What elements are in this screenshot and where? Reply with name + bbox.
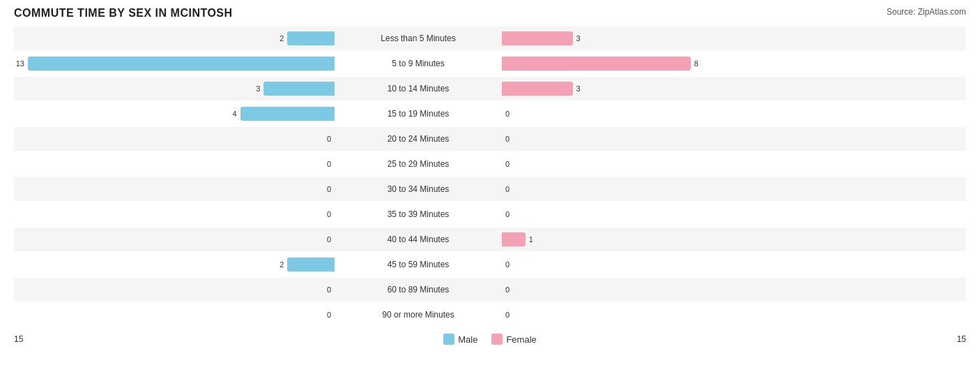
right-axis-label: 15 [957,334,966,344]
male-bar [28,57,335,70]
row-label: 45 to 59 Minutes [335,260,502,269]
chart-row: 415 to 19 Minutes0 [14,102,966,126]
male-value: 4 [233,110,237,118]
chart-title: COMMUTE TIME BY SEX IN MCINTOSH [14,7,233,20]
row-label: 35 to 39 Minutes [335,209,502,219]
chart-row: 025 to 29 Minutes0 [14,152,966,176]
row-label: 5 to 9 Minutes [335,59,502,68]
chart-row: 035 to 39 Minutes0 [14,202,966,226]
male-value: 2 [280,260,284,269]
row-label: 20 to 24 Minutes [335,134,502,144]
chart-row: 135 to 9 Minutes8 [14,52,966,75]
male-bar [287,258,335,271]
male-value: 0 [327,135,331,143]
male-bar [240,107,335,121]
female-bar [502,82,573,96]
male-value: 3 [256,84,260,93]
female-bar [502,31,573,45]
chart-row: 245 to 59 Minutes0 [14,253,966,276]
chart-row: 020 to 24 Minutes0 [14,127,966,151]
legend: Male Female [443,334,537,345]
female-value: 0 [505,185,510,193]
row-label: Less than 5 Minutes [335,33,502,43]
chart-row: 090 or more Minutes0 [14,303,966,327]
row-label: 10 to 14 Minutes [335,84,502,94]
bottom-row: 15 Male Female 15 [14,334,966,345]
chart-row: 2Less than 5 Minutes3 [14,27,966,50]
legend-female: Female [491,334,536,345]
female-bar [502,57,691,70]
female-value: 0 [505,210,510,218]
male-value: 0 [327,311,331,319]
male-value: 0 [327,235,331,244]
left-axis-label: 15 [14,334,23,344]
row-label: 15 to 19 Minutes [335,109,502,119]
female-value: 0 [505,285,510,294]
chart-row: 030 to 34 Minutes0 [14,177,966,201]
male-value: 2 [280,34,284,43]
row-label: 40 to 44 Minutes [335,234,502,244]
female-value: 3 [576,34,581,43]
female-bar [502,232,526,246]
female-value: 0 [505,135,510,143]
row-label: 30 to 34 Minutes [335,184,502,194]
male-value: 0 [327,185,331,193]
female-value: 1 [529,235,533,244]
female-value: 3 [576,84,581,93]
row-label: 60 to 89 Minutes [335,285,502,295]
female-value: 0 [505,311,510,319]
chart-row: 310 to 14 Minutes3 [14,77,966,100]
header: COMMUTE TIME BY SEX IN MCINTOSH Source: … [14,7,966,20]
male-value: 0 [327,210,331,218]
female-value: 0 [505,110,510,118]
chart-row: 040 to 44 Minutes1 [14,228,966,251]
female-value: 0 [505,160,510,168]
female-value: 0 [505,260,510,269]
chart-container: COMMUTE TIME BY SEX IN MCINTOSH Source: … [14,7,966,345]
male-bar [287,31,335,45]
rows-container: 2Less than 5 Minutes3135 to 9 Minutes831… [14,27,966,328]
female-legend-label: Female [506,334,536,345]
male-legend-box [443,334,454,345]
row-label: 25 to 29 Minutes [335,159,502,169]
male-bar [263,82,335,96]
female-legend-box [491,334,503,345]
legend-male: Male [443,334,477,345]
male-value: 0 [327,285,331,294]
male-value: 13 [16,59,24,68]
chart-row: 060 to 89 Minutes0 [14,278,966,301]
male-value: 0 [327,160,331,168]
female-value: 8 [694,59,698,68]
chart-wrapper: 2Less than 5 Minutes3135 to 9 Minutes831… [14,27,966,328]
row-label: 90 or more Minutes [335,310,502,320]
source-text: Source: ZipAtlas.com [887,7,966,17]
male-legend-label: Male [458,334,477,345]
